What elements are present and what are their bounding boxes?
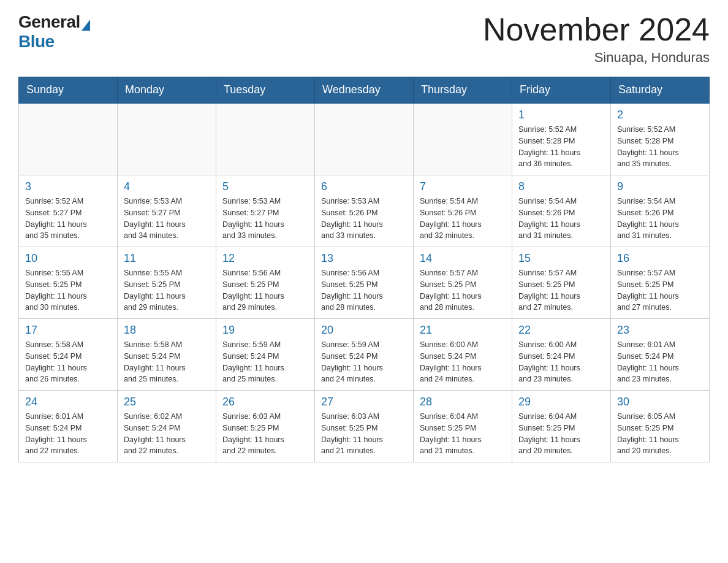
day-number: 21 xyxy=(420,324,506,337)
calendar-cell: 2Sunrise: 5:52 AM Sunset: 5:28 PM Daylig… xyxy=(611,103,710,175)
calendar-cell xyxy=(118,103,216,175)
day-info: Sunrise: 5:52 AM Sunset: 5:27 PM Dayligh… xyxy=(25,196,111,242)
day-number: 23 xyxy=(617,324,703,337)
day-info: Sunrise: 6:04 AM Sunset: 5:25 PM Dayligh… xyxy=(420,411,506,457)
week-row-3: 10Sunrise: 5:55 AM Sunset: 5:25 PM Dayli… xyxy=(19,247,710,319)
calendar-cell: 30Sunrise: 6:05 AM Sunset: 5:25 PM Dayli… xyxy=(611,391,710,462)
day-number: 9 xyxy=(617,180,703,193)
calendar-cell: 20Sunrise: 5:59 AM Sunset: 5:24 PM Dayli… xyxy=(315,319,414,391)
calendar-cell: 22Sunrise: 6:00 AM Sunset: 5:24 PM Dayli… xyxy=(512,319,611,391)
page-title: November 2024 xyxy=(483,12,710,47)
day-info: Sunrise: 5:54 AM Sunset: 5:26 PM Dayligh… xyxy=(518,196,604,242)
day-number: 17 xyxy=(25,324,111,337)
day-number: 1 xyxy=(518,109,604,121)
day-info: Sunrise: 5:55 AM Sunset: 5:25 PM Dayligh… xyxy=(124,267,210,313)
calendar-cell: 15Sunrise: 5:57 AM Sunset: 5:25 PM Dayli… xyxy=(512,247,611,319)
day-info: Sunrise: 5:54 AM Sunset: 5:26 PM Dayligh… xyxy=(617,196,703,242)
day-info: Sunrise: 5:59 AM Sunset: 5:24 PM Dayligh… xyxy=(321,339,407,385)
day-info: Sunrise: 5:59 AM Sunset: 5:24 PM Dayligh… xyxy=(222,339,308,385)
day-number: 5 xyxy=(222,180,308,193)
calendar-cell: 13Sunrise: 5:56 AM Sunset: 5:25 PM Dayli… xyxy=(315,247,414,319)
day-info: Sunrise: 5:54 AM Sunset: 5:26 PM Dayligh… xyxy=(420,196,506,242)
day-info: Sunrise: 5:53 AM Sunset: 5:27 PM Dayligh… xyxy=(124,196,210,242)
week-row-4: 17Sunrise: 5:58 AM Sunset: 5:24 PM Dayli… xyxy=(19,319,710,391)
day-number: 8 xyxy=(518,180,604,193)
week-row-5: 24Sunrise: 6:01 AM Sunset: 5:24 PM Dayli… xyxy=(19,391,710,462)
calendar-cell: 11Sunrise: 5:55 AM Sunset: 5:25 PM Dayli… xyxy=(118,247,216,319)
day-number: 14 xyxy=(420,252,506,265)
day-number: 2 xyxy=(617,109,703,121)
weekday-header-friday: Friday xyxy=(512,77,611,104)
week-row-2: 3Sunrise: 5:52 AM Sunset: 5:27 PM Daylig… xyxy=(19,175,710,247)
calendar-cell: 7Sunrise: 5:54 AM Sunset: 5:26 PM Daylig… xyxy=(414,175,512,247)
day-number: 12 xyxy=(222,252,308,265)
day-number: 30 xyxy=(617,396,703,408)
day-info: Sunrise: 6:02 AM Sunset: 5:24 PM Dayligh… xyxy=(124,411,210,457)
day-number: 22 xyxy=(518,324,604,337)
day-number: 24 xyxy=(25,396,111,408)
day-number: 25 xyxy=(124,396,210,408)
calendar-cell: 6Sunrise: 5:53 AM Sunset: 5:26 PM Daylig… xyxy=(315,175,414,247)
calendar-cell: 10Sunrise: 5:55 AM Sunset: 5:25 PM Dayli… xyxy=(19,247,118,319)
day-number: 6 xyxy=(321,180,407,193)
calendar-cell: 12Sunrise: 5:56 AM Sunset: 5:25 PM Dayli… xyxy=(216,247,315,319)
calendar-cell: 14Sunrise: 5:57 AM Sunset: 5:25 PM Dayli… xyxy=(414,247,512,319)
calendar-cell: 5Sunrise: 5:53 AM Sunset: 5:27 PM Daylig… xyxy=(216,175,315,247)
title-block: November 2024 Sinuapa, Honduras xyxy=(483,12,710,66)
logo-blue-text: Blue xyxy=(18,32,55,52)
day-info: Sunrise: 6:03 AM Sunset: 5:25 PM Dayligh… xyxy=(321,411,407,457)
day-info: Sunrise: 5:58 AM Sunset: 5:24 PM Dayligh… xyxy=(124,339,210,385)
weekday-header-thursday: Thursday xyxy=(414,77,512,104)
day-number: 15 xyxy=(518,252,604,265)
calendar-cell: 17Sunrise: 5:58 AM Sunset: 5:24 PM Dayli… xyxy=(19,319,118,391)
calendar-cell: 8Sunrise: 5:54 AM Sunset: 5:26 PM Daylig… xyxy=(512,175,611,247)
day-number: 20 xyxy=(321,324,407,337)
calendar-cell: 26Sunrise: 6:03 AM Sunset: 5:25 PM Dayli… xyxy=(216,391,315,462)
day-info: Sunrise: 5:53 AM Sunset: 5:26 PM Dayligh… xyxy=(321,196,407,242)
day-info: Sunrise: 5:57 AM Sunset: 5:25 PM Dayligh… xyxy=(518,267,604,313)
week-row-1: 1Sunrise: 5:52 AM Sunset: 5:28 PM Daylig… xyxy=(19,103,710,175)
weekday-header-tuesday: Tuesday xyxy=(216,77,315,104)
day-info: Sunrise: 5:52 AM Sunset: 5:28 PM Dayligh… xyxy=(617,124,703,170)
calendar-cell xyxy=(19,103,118,175)
day-number: 13 xyxy=(321,252,407,265)
day-info: Sunrise: 6:03 AM Sunset: 5:25 PM Dayligh… xyxy=(222,411,308,457)
day-number: 4 xyxy=(124,180,210,193)
weekday-header-wednesday: Wednesday xyxy=(315,77,414,104)
day-info: Sunrise: 5:56 AM Sunset: 5:25 PM Dayligh… xyxy=(321,267,407,313)
page-header: General Blue November 2024 Sinuapa, Hond… xyxy=(18,12,710,66)
calendar-cell: 25Sunrise: 6:02 AM Sunset: 5:24 PM Dayli… xyxy=(118,391,216,462)
calendar-cell: 18Sunrise: 5:58 AM Sunset: 5:24 PM Dayli… xyxy=(118,319,216,391)
day-info: Sunrise: 6:05 AM Sunset: 5:25 PM Dayligh… xyxy=(617,411,703,457)
day-info: Sunrise: 6:04 AM Sunset: 5:25 PM Dayligh… xyxy=(518,411,604,457)
calendar-cell: 29Sunrise: 6:04 AM Sunset: 5:25 PM Dayli… xyxy=(512,391,611,462)
calendar-cell: 4Sunrise: 5:53 AM Sunset: 5:27 PM Daylig… xyxy=(118,175,216,247)
calendar-table: SundayMondayTuesdayWednesdayThursdayFrid… xyxy=(18,77,710,462)
day-info: Sunrise: 6:00 AM Sunset: 5:24 PM Dayligh… xyxy=(420,339,506,385)
day-info: Sunrise: 5:56 AM Sunset: 5:25 PM Dayligh… xyxy=(222,267,308,313)
calendar-cell: 21Sunrise: 6:00 AM Sunset: 5:24 PM Dayli… xyxy=(414,319,512,391)
day-number: 16 xyxy=(617,252,703,265)
day-number: 27 xyxy=(321,396,407,408)
weekday-header-monday: Monday xyxy=(118,77,216,104)
weekday-header-sunday: Sunday xyxy=(19,77,118,104)
day-info: Sunrise: 6:01 AM Sunset: 5:24 PM Dayligh… xyxy=(25,411,111,457)
day-number: 3 xyxy=(25,180,111,193)
calendar-cell: 24Sunrise: 6:01 AM Sunset: 5:24 PM Dayli… xyxy=(19,391,118,462)
day-number: 7 xyxy=(420,180,506,193)
day-info: Sunrise: 5:53 AM Sunset: 5:27 PM Dayligh… xyxy=(222,196,308,242)
weekday-header-row: SundayMondayTuesdayWednesdayThursdayFrid… xyxy=(19,77,710,104)
calendar-cell: 1Sunrise: 5:52 AM Sunset: 5:28 PM Daylig… xyxy=(512,103,611,175)
calendar-cell: 3Sunrise: 5:52 AM Sunset: 5:27 PM Daylig… xyxy=(19,175,118,247)
day-info: Sunrise: 6:01 AM Sunset: 5:24 PM Dayligh… xyxy=(617,339,703,385)
day-number: 29 xyxy=(518,396,604,408)
day-number: 19 xyxy=(222,324,308,337)
calendar-cell xyxy=(216,103,315,175)
day-number: 18 xyxy=(124,324,210,337)
logo-triangle-icon xyxy=(82,20,90,31)
calendar-cell: 19Sunrise: 5:59 AM Sunset: 5:24 PM Dayli… xyxy=(216,319,315,391)
day-number: 11 xyxy=(124,252,210,265)
calendar-cell: 27Sunrise: 6:03 AM Sunset: 5:25 PM Dayli… xyxy=(315,391,414,462)
day-number: 28 xyxy=(420,396,506,408)
day-info: Sunrise: 5:58 AM Sunset: 5:24 PM Dayligh… xyxy=(25,339,111,385)
